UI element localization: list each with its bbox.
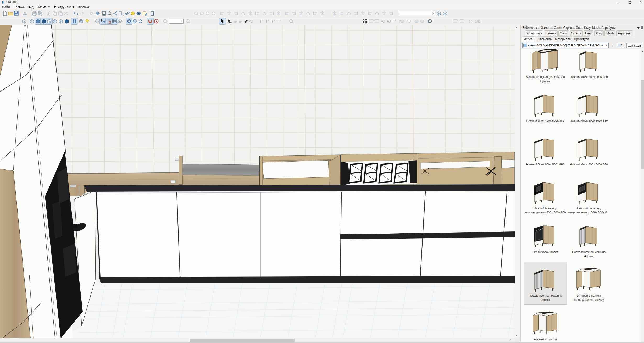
svg-text:10: 10: [475, 20, 479, 23]
svg-text:10: 10: [469, 20, 473, 23]
svg-text:10: 10: [479, 20, 481, 23]
